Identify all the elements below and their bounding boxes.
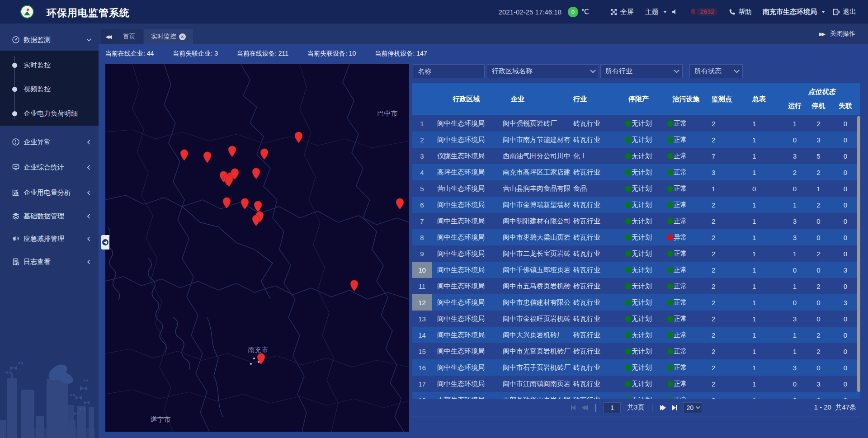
cell-plan: 无计划 [623, 201, 667, 209]
map-pin-icon[interactable] [254, 201, 262, 212]
map-pin-icon[interactable] [260, 148, 269, 160]
sidebar-item-data-monitor[interactable]: 数据监测 [0, 32, 99, 47]
row-number-cell[interactable]: 5 [412, 180, 432, 197]
col-header-company[interactable]: 企业 [501, 83, 572, 115]
sidebar-item-company-stats[interactable]: 企业综合统计 [0, 160, 99, 175]
page-last-button[interactable] [672, 405, 677, 410]
sidebar-item-emergency[interactable]: 应急减排管理 [0, 231, 99, 246]
table-row[interactable]: 10阆中生态环境局阆中千佛镇五郎垭页岩砖瓦行业无计划正常21003 [412, 262, 860, 278]
help-button[interactable]: 帮助 [729, 8, 752, 16]
map-pin-icon[interactable] [241, 198, 249, 210]
col-header-run[interactable]: 运行 [783, 102, 806, 110]
page-next-button[interactable] [660, 405, 666, 410]
table-row[interactable]: 17阆中生态环境局阆中市江南镇阆南页岩砖瓦行业无计划正常21030 [412, 376, 860, 392]
page-first-button[interactable] [571, 405, 576, 410]
row-number-cell[interactable]: 2 [412, 132, 432, 148]
page-prev-button[interactable] [582, 405, 588, 410]
map-pin-icon[interactable] [252, 215, 260, 226]
sidebar-item-company-abnormal[interactable]: 企业异常 [0, 134, 99, 150]
sidebar-subitem-power-load-detail[interactable]: 企业电力负荷明细 [0, 107, 99, 120]
map-pin-icon[interactable] [228, 146, 236, 157]
table-row[interactable]: 5营山生态环境局营山县润丰肉食品有限食品无计划正常10010 [412, 180, 860, 197]
map-pin-icon[interactable] [396, 198, 404, 210]
table-row[interactable]: 7阆中生态环境局阆中明阳建材有限公司砖瓦行业无计划正常21300 [412, 213, 860, 229]
table-row[interactable]: 16阆中生态环境局阆中市石子页岩机砖厂砖瓦行业无计划正常21300 [412, 359, 860, 376]
row-number-cell[interactable]: 6 [412, 197, 432, 213]
table-row[interactable]: 15阆中生态环境局阆中市光富页岩机砖厂砖瓦行业无计划正常21120 [412, 343, 860, 359]
map-pin-icon[interactable] [222, 197, 231, 209]
region-filter-dropdown[interactable]: 行政区域名称 [487, 64, 599, 78]
name-filter[interactable] [413, 64, 485, 78]
row-number-cell[interactable]: 14 [412, 327, 432, 343]
col-header-facility[interactable]: 治污设施 [667, 83, 705, 115]
table-row[interactable]: 13阆中生态环境局阆中市金福旺页岩机砖砖瓦行业无计划正常21300 [412, 311, 860, 327]
sidebar-item-base-data[interactable]: 基础数据管理 [0, 208, 99, 224]
row-number-cell[interactable]: 18 [412, 392, 432, 399]
org-dropdown[interactable]: 南充市生态环境局 [763, 8, 825, 16]
table-row[interactable]: 8阆中生态环境局阆中市枣碧大梁山页岩砖瓦行业无计划异常21300 [412, 229, 860, 245]
close-operations-button[interactable]: ▶▶ 关闭操作 [819, 24, 855, 44]
tabs-scroll-left-button[interactable]: ◀◀ [101, 29, 115, 44]
row-number-cell[interactable]: 4 [412, 164, 432, 180]
map-pin-icon[interactable] [257, 353, 265, 365]
table-row[interactable]: 12阆中生态环境局阆中市忠信建材有限公砖瓦行业无计划正常21003 [412, 294, 860, 311]
row-number-cell[interactable]: 13 [412, 311, 432, 327]
table-scrollbar[interactable] [857, 116, 860, 392]
table-row[interactable]: 9阆中生态环境局阆中市二龙长宝页岩砖砖瓦行业无计划正常21120 [412, 245, 860, 262]
col-header-stop[interactable]: 停机 [806, 102, 831, 110]
col-header-plan[interactable]: 停限产 [623, 83, 667, 115]
row-number-cell[interactable]: 3 [412, 148, 432, 164]
row-number-cell[interactable]: 9 [412, 245, 432, 262]
row-number-cell[interactable]: 11 [412, 278, 432, 294]
row-number-cell[interactable]: 10 [412, 262, 432, 278]
col-header-region[interactable]: 行政区域 [432, 83, 501, 115]
map-pin-icon[interactable] [252, 168, 260, 179]
row-number-cell[interactable]: 12 [412, 294, 432, 311]
table-row[interactable]: 3仪陇生态环境局西南油气田分公司川中化工无计划正常71350 [412, 148, 860, 164]
cell-run: 1 [783, 348, 806, 355]
map-panel[interactable]: 巴中市南充市遂宁市 [105, 64, 409, 432]
page-size-select[interactable]: 20 [683, 402, 702, 413]
map-pin-icon[interactable] [350, 280, 359, 292]
tab-realtime-monitor[interactable]: 实时监控 ✕ [144, 29, 193, 44]
table-row[interactable]: 4高坪生态环境局南充市高坪区王家店建砖瓦行业无计划正常31220 [412, 164, 860, 180]
col-header-lost[interactable]: 失联 [831, 102, 860, 110]
bell-icon[interactable] [690, 8, 697, 15]
row-number-cell[interactable]: 1 [412, 115, 432, 132]
map-pin-icon[interactable] [203, 151, 212, 163]
theme-button[interactable]: 主题 [645, 8, 667, 16]
notification-count-badge[interactable]: 2632 [697, 8, 718, 16]
col-header-points[interactable]: 监测点 [705, 83, 741, 115]
row-number-cell[interactable]: 15 [412, 343, 432, 359]
sidebar-subitem-video-monitor[interactable]: 视频监控 [0, 82, 99, 96]
table-row[interactable]: 14阆中生态环境局阆中大兴页岩机砖厂砖瓦行业无计划正常21120 [412, 327, 860, 343]
logout-button[interactable]: 退出 [833, 8, 856, 16]
map-pin-icon[interactable] [225, 175, 233, 187]
tab-close-icon[interactable]: ✕ [179, 33, 186, 40]
sidebar-item-logs[interactable]: 日志查看 [0, 254, 99, 269]
tab-home[interactable]: 首页 [115, 29, 143, 44]
table-row[interactable]: 6阆中生态环境局阆中市金博瑞新型墙材砖瓦行业无计划正常21120 [412, 197, 860, 213]
cell-stop: 2 [806, 201, 831, 209]
table-row[interactable]: 1阆中生态环境局阆中强锐页岩砖厂砖瓦行业无计划正常21120 [412, 115, 860, 132]
row-number-cell[interactable]: 17 [412, 376, 432, 392]
page-number-input[interactable]: 1 [604, 402, 621, 413]
sidebar-item-power-analysis[interactable]: 企业用电量分析 [0, 185, 99, 200]
row-number-cell[interactable]: 8 [412, 229, 432, 245]
table-row[interactable]: 18南部生态环境局南部县砖华山页岩有限砖瓦行业无计划正常21060 [412, 392, 860, 399]
name-filter-input[interactable] [418, 67, 480, 75]
status-filter-dropdown[interactable]: 所有状态 [689, 64, 743, 78]
map-pin-icon[interactable] [294, 132, 303, 143]
col-header-industry[interactable]: 行业 [572, 83, 623, 115]
map-pin-icon[interactable] [180, 149, 189, 161]
industry-filter-dropdown[interactable]: 所有行业 [600, 64, 683, 78]
table-row[interactable]: 2阆中生态环境局阆中市南方节能建材有砖瓦行业无计划正常21030 [412, 132, 860, 148]
fullscreen-button[interactable]: 全屏 [610, 8, 634, 16]
sidebar-collapse-button[interactable]: ◀ [101, 235, 109, 250]
speaker-icon[interactable] [671, 8, 678, 15]
col-header-meter[interactable]: 总表 [741, 83, 783, 115]
row-number-cell[interactable]: 16 [412, 359, 432, 376]
table-row[interactable]: 11阆中生态环境局阆中市五马桥页岩机砖砖瓦行业无计划正常21120 [412, 278, 860, 294]
row-number-cell[interactable]: 7 [412, 213, 432, 229]
sidebar-subitem-realtime-monitor[interactable]: 实时监控 [0, 58, 99, 72]
